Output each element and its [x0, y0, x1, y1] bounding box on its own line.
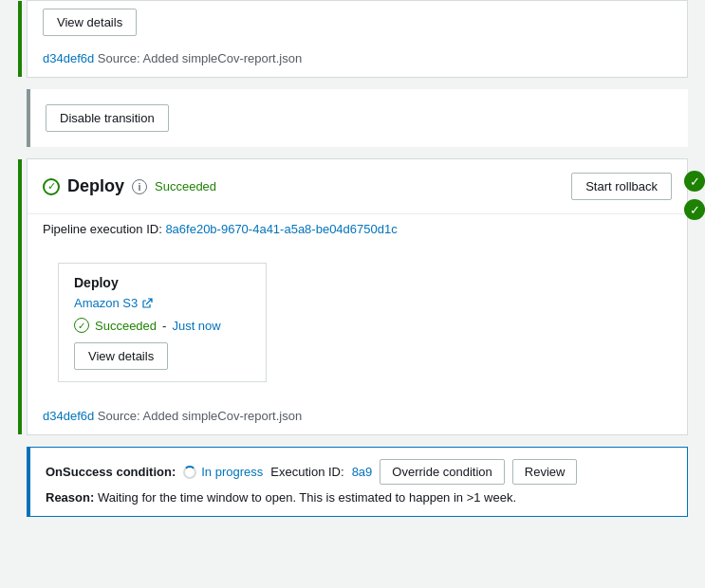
onsuccess-label: OnSuccess condition: [46, 465, 176, 479]
in-progress-text: In progress [201, 465, 263, 479]
top-commit-message: Source: Added simpleCov-report.json [98, 51, 302, 65]
override-condition-button[interactable]: Override condition [380, 459, 505, 485]
just-now-link[interactable]: Just now [172, 319, 220, 333]
execution-id-link[interactable]: 8a9 [352, 465, 373, 479]
review-button[interactable]: Review [512, 459, 578, 485]
view-details-top-button[interactable]: View details [43, 9, 137, 36]
reason-label: Reason: [46, 490, 94, 505]
top-commit-link[interactable]: d34def6d [43, 51, 94, 65]
in-progress-badge: In progress [183, 465, 263, 479]
right-check-1: ✓ [684, 171, 705, 192]
inner-deploy-title: Deploy [74, 275, 250, 290]
reason-text: Waiting for the time window to open. Thi… [98, 490, 516, 505]
deploy-commit-link[interactable]: d34def6d [43, 409, 94, 423]
deploy-title: Deploy [67, 176, 124, 196]
deploy-status: Succeeded [155, 179, 216, 193]
inner-success-icon: ✓ [74, 318, 89, 333]
onsuccess-bar: OnSuccess condition: In progress Executi… [27, 447, 688, 517]
view-details-inner-button[interactable]: View details [74, 342, 168, 370]
right-check-2: ✓ [684, 199, 705, 220]
amazon-s3-link[interactable]: Amazon S3 [74, 296, 250, 310]
deploy-success-icon: ✓ [43, 178, 60, 195]
spinner-icon [183, 466, 196, 479]
disable-transition-button[interactable]: Disable transition [46, 104, 169, 132]
right-checks-panel: ✓ ✓ [684, 171, 705, 220]
execution-id-label: Execution ID: [270, 465, 343, 479]
external-link-icon [141, 298, 153, 309]
pipeline-id-link[interactable]: 8a6fe20b-9670-4a41-a5a8-be04d6750d1c [165, 222, 397, 236]
start-rollback-button[interactable]: Start rollback [571, 173, 672, 200]
inner-status-text: Succeeded [95, 319, 157, 333]
info-icon[interactable]: i [132, 179, 147, 194]
pipeline-id-label: Pipeline execution ID: [43, 222, 162, 236]
status-separator: - [162, 319, 166, 333]
